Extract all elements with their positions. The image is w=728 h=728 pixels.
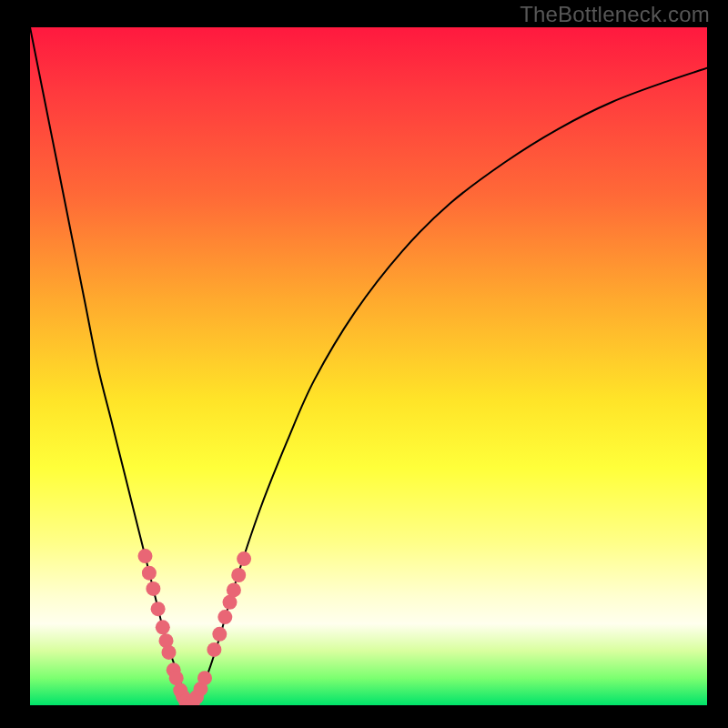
bottleneck-curve bbox=[30, 27, 707, 705]
data-marker bbox=[162, 645, 177, 660]
data-marker bbox=[227, 582, 241, 597]
marker-group bbox=[138, 549, 252, 705]
watermark-text: TheBottleneck.com bbox=[520, 2, 710, 27]
data-marker bbox=[231, 568, 246, 582]
data-marker bbox=[197, 671, 212, 685]
chart-plot-area bbox=[30, 27, 707, 705]
data-marker bbox=[142, 566, 157, 581]
chart-svg bbox=[30, 27, 707, 705]
data-marker bbox=[146, 581, 160, 596]
data-marker bbox=[217, 610, 232, 624]
data-marker bbox=[237, 551, 251, 566]
data-marker bbox=[138, 549, 153, 563]
data-marker bbox=[151, 602, 166, 616]
data-marker bbox=[212, 627, 227, 642]
data-marker bbox=[207, 642, 221, 657]
data-marker bbox=[156, 620, 170, 634]
